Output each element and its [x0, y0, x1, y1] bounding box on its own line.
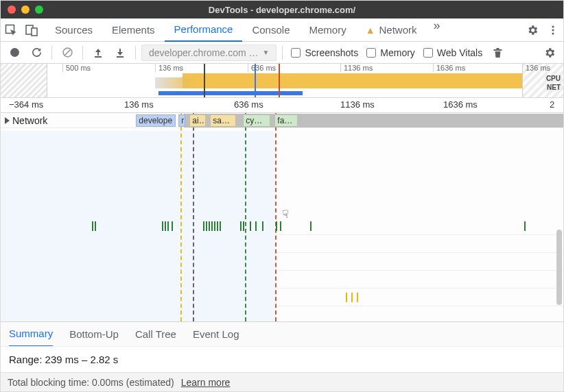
overview-strip[interactable]: 500 ms136 ms636 ms1136 ms1636 ms 136 ms … — [1, 64, 563, 98]
kebab-icon[interactable] — [543, 19, 563, 42]
separator — [51, 46, 52, 60]
titlebar: DevTools - developer.chrome.com/ — [1, 1, 563, 19]
clear-button[interactable] — [58, 43, 77, 62]
minimize-window-button[interactable] — [21, 5, 30, 14]
inspect-icon[interactable] — [1, 19, 21, 42]
track-lane[interactable] — [85, 271, 563, 289]
gpu-activity-mark — [172, 221, 173, 231]
svg-point-3 — [552, 25, 554, 27]
gpu-activity-mark — [310, 221, 312, 231]
network-request-segment[interactable]: r — [178, 114, 185, 127]
gpu-activity-mark — [211, 221, 213, 231]
gpu-activity-mark — [243, 221, 244, 231]
tab-label: Summary — [9, 328, 53, 339]
tab-label: Console — [252, 24, 290, 36]
track-lane[interactable] — [64, 253, 563, 271]
track-lane[interactable] — [36, 217, 563, 235]
svg-point-5 — [552, 32, 554, 34]
device-toggle-icon[interactable] — [21, 19, 42, 42]
more-tabs-icon[interactable]: » — [427, 19, 447, 41]
network-request-segment[interactable]: cy… — [243, 114, 270, 127]
overview-tick-label: 136 ms — [155, 64, 183, 72]
tab-performance[interactable]: Performance — [165, 19, 243, 42]
track-lane[interactable] — [145, 289, 563, 306]
svg-rect-9 — [117, 56, 124, 58]
details-tab-calltree[interactable]: Call Tree — [135, 322, 176, 347]
details-tab-bottomup[interactable]: Bottom-Up — [69, 322, 119, 347]
overview-marker — [255, 64, 256, 97]
reload-record-button[interactable] — [27, 43, 46, 62]
separator — [135, 46, 136, 60]
checkbox-input[interactable] — [366, 48, 376, 58]
checkbox-input[interactable] — [291, 48, 301, 58]
tab-label: Call Tree — [135, 328, 176, 340]
learn-more-link[interactable]: Learn more — [181, 377, 231, 388]
gc-trash-button[interactable] — [488, 43, 507, 62]
overview-side-labels: CPU NET — [545, 75, 562, 97]
tab-console[interactable]: Console — [242, 19, 299, 42]
task-activity-mark — [357, 293, 358, 302]
separator — [82, 46, 83, 60]
details-tab-summary[interactable]: Summary — [9, 322, 53, 347]
close-window-button[interactable] — [8, 5, 16, 14]
flamechart-area[interactable]: Network developerai…sa…cy…fa… GPUChrome_… — [1, 113, 563, 321]
tab-label: Network — [379, 24, 417, 36]
tab-sources[interactable]: Sources — [45, 19, 102, 42]
tab-elements[interactable]: Elements — [102, 19, 165, 42]
capture-settings-gear-icon[interactable] — [540, 43, 559, 62]
ruler-tick-label: 2 — [550, 99, 554, 110]
network-request-segment[interactable]: ai… — [189, 114, 206, 127]
track-row[interactable]: Compositor — [1, 253, 563, 271]
network-request-segment[interactable]: fa… — [274, 114, 298, 127]
gpu-activity-mark — [95, 221, 96, 231]
network-request-segment[interactable]: develope — [136, 114, 176, 127]
checkbox-label: Screenshots — [305, 47, 358, 58]
track-row[interactable]: Preload scanner — [1, 271, 563, 289]
gpu-activity-mark — [209, 221, 210, 231]
cpu-label: CPU — [545, 75, 562, 82]
checkbox-input[interactable] — [423, 48, 433, 58]
load-profile-button[interactable] — [89, 43, 108, 62]
track-lane[interactable] — [117, 235, 563, 253]
gpu-activity-mark — [92, 221, 93, 231]
gpu-activity-mark — [524, 221, 526, 231]
network-lane[interactable]: developerai…sa…cy…fa… — [50, 114, 563, 127]
tab-memory[interactable]: Memory — [299, 19, 355, 42]
tab-label: Sources — [55, 24, 93, 36]
timeline-ruler[interactable]: −364 ms136 ms636 ms1136 ms1636 ms2 — [1, 98, 563, 113]
checkbox-label: Web Vitals — [437, 47, 482, 58]
webvitals-checkbox[interactable]: Web Vitals — [421, 47, 485, 58]
gpu-activity-mark — [165, 221, 166, 231]
ruler-tick-label: −364 ms — [9, 99, 43, 110]
status-footer: Total blocking time: 0.00ms (estimated) … — [1, 372, 563, 391]
gear-icon[interactable] — [522, 19, 543, 42]
overview-tick-label: 636 ms — [248, 64, 276, 72]
track-row[interactable]: GPU — [1, 217, 563, 235]
network-request-segment[interactable]: sa… — [210, 114, 236, 127]
save-profile-button[interactable] — [110, 43, 130, 62]
record-button[interactable] — [5, 43, 24, 62]
network-baseline — [184, 114, 563, 127]
zoom-window-button[interactable] — [35, 5, 43, 14]
window-controls — [1, 5, 43, 14]
tbt-text: Total blocking time: 0.00ms (estimated) — [8, 377, 174, 388]
gpu-activity-mark — [255, 221, 257, 231]
track-network[interactable]: Network developerai…sa…cy…fa… — [1, 113, 563, 128]
overview-tick-label: 1136 ms — [340, 64, 373, 72]
window-title: DevTools - developer.chrome.com/ — [1, 5, 563, 15]
task-activity-mark — [346, 293, 347, 302]
details-tab-eventlog[interactable]: Event Log — [193, 322, 239, 347]
gpu-activity-mark — [214, 221, 215, 231]
recording-source-select[interactable]: developer.chrome.com … ▼ — [141, 45, 277, 61]
gpu-activity-mark — [167, 221, 169, 231]
overview-marker — [204, 64, 205, 97]
screenshots-checkbox[interactable]: Screenshots — [288, 47, 361, 58]
expand-icon[interactable] — [5, 117, 10, 124]
separator — [282, 46, 283, 60]
memory-checkbox[interactable]: Memory — [364, 47, 418, 58]
details-tabs: Summary Bottom-Up Call Tree Event Log — [1, 321, 563, 346]
task-activity-mark — [351, 293, 353, 302]
scrollbar-thumb[interactable] — [556, 230, 562, 305]
tab-network[interactable]: ▲Network — [356, 19, 427, 42]
tab-label: Event Log — [193, 328, 239, 340]
